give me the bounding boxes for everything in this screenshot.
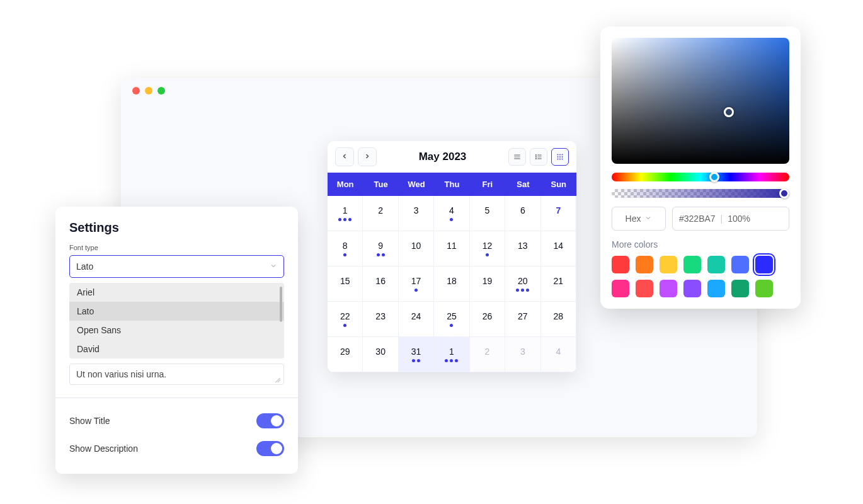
color-swatch[interactable] [660, 256, 677, 273]
color-swatch[interactable] [612, 280, 629, 297]
calendar-day[interactable]: 12 [470, 231, 505, 266]
calendar-day[interactable]: 17 [399, 266, 434, 302]
calendar-view-list-button[interactable] [508, 148, 526, 166]
color-swatch[interactable] [660, 280, 677, 297]
resize-handle-icon[interactable] [275, 375, 281, 382]
font-option[interactable]: Open Sans [69, 321, 284, 340]
window-maximize-button[interactable] [157, 87, 165, 94]
show-title-label: Show Title [69, 416, 110, 426]
font-type-select[interactable]: Lato [69, 255, 284, 278]
calendar-day[interactable]: 25 [434, 302, 469, 337]
calendar-day[interactable]: 28 [541, 302, 576, 337]
calendar-day[interactable]: 2 [470, 337, 505, 372]
svg-point-17 [562, 159, 563, 160]
show-description-toggle[interactable] [256, 441, 284, 456]
calendar-next-button[interactable] [358, 147, 377, 166]
calendar-weekday: Mon [328, 173, 363, 196]
svg-point-12 [557, 156, 559, 158]
calendar-day[interactable]: 1 [434, 337, 469, 372]
calendar-day[interactable]: 5 [470, 196, 505, 231]
window-close-button[interactable] [132, 87, 140, 94]
color-format-select[interactable]: Hex [612, 207, 666, 231]
font-type-value: Lato [76, 261, 93, 272]
color-gradient-area[interactable] [612, 38, 789, 164]
calendar-day[interactable]: 3 [399, 196, 434, 231]
calendar-day[interactable]: 20 [505, 266, 540, 302]
calendar-day[interactable]: 15 [328, 266, 363, 302]
calendar-day[interactable]: 31 [399, 337, 434, 372]
calendar-view-switch [508, 148, 569, 166]
color-swatch[interactable] [731, 280, 749, 297]
textarea-value: Ut non varius nisi urna. [76, 369, 166, 379]
font-option[interactable]: Ariel [69, 283, 284, 302]
color-swatch[interactable] [683, 256, 701, 273]
options-scrollbar[interactable] [280, 287, 282, 322]
calendar-day[interactable]: 10 [399, 231, 434, 266]
color-swatch[interactable] [707, 256, 725, 273]
hue-handle[interactable] [709, 172, 719, 182]
color-hex-input[interactable]: #322BA7 | 100% [672, 207, 789, 231]
separator: | [721, 214, 723, 224]
color-swatches [612, 256, 789, 297]
calendar-day[interactable]: 11 [434, 231, 469, 266]
calendar-day[interactable]: 2 [363, 196, 398, 231]
calendar-weekday: Thu [434, 173, 469, 196]
calendar-weekday: Fri [470, 173, 505, 196]
font-option[interactable]: David [69, 340, 284, 358]
calendar-day[interactable]: 18 [434, 266, 469, 302]
svg-point-11 [562, 154, 563, 156]
color-swatch[interactable] [636, 256, 653, 273]
gradient-handle[interactable] [724, 107, 734, 117]
calendar-day[interactable]: 1 [328, 196, 363, 231]
calendar-day[interactable]: 27 [505, 302, 540, 337]
calendar-day[interactable]: 19 [470, 266, 505, 302]
color-swatch[interactable] [755, 256, 773, 273]
svg-point-10 [559, 154, 561, 156]
hex-value: #322BA7 [679, 214, 716, 224]
color-format-value: Hex [626, 214, 641, 224]
hue-slider[interactable] [612, 173, 789, 181]
font-option[interactable]: Lato [69, 302, 284, 321]
color-swatch[interactable] [755, 280, 773, 297]
color-swatch[interactable] [707, 280, 725, 297]
calendar-day[interactable]: 29 [328, 337, 363, 372]
calendar-day[interactable]: 14 [541, 231, 576, 266]
calendar-weekdays: MonTueWedThuFriSatSun [328, 173, 576, 196]
color-swatch[interactable] [683, 280, 701, 297]
alpha-slider[interactable] [612, 189, 789, 198]
show-description-row: Show Description [69, 435, 284, 462]
color-swatch[interactable] [612, 256, 629, 273]
svg-point-13 [559, 156, 561, 158]
calendar-day[interactable]: 16 [363, 266, 398, 302]
calendar-day[interactable]: 21 [541, 266, 576, 302]
calendar-day[interactable]: 4 [434, 196, 469, 231]
color-swatch[interactable] [731, 256, 749, 273]
calendar-day[interactable]: 4 [541, 337, 576, 372]
description-textarea[interactable]: Ut non varius nisi urna. [69, 364, 284, 385]
calendar-day[interactable]: 26 [470, 302, 505, 337]
calendar-day[interactable]: 7 [541, 196, 576, 231]
calendar-day[interactable]: 9 [363, 231, 398, 266]
calendar-day[interactable]: 6 [505, 196, 540, 231]
calendar-nav [335, 147, 377, 166]
calendar-day[interactable]: 8 [328, 231, 363, 266]
calendar-day[interactable]: 23 [363, 302, 398, 337]
svg-point-9 [557, 154, 559, 156]
calendar-day[interactable]: 22 [328, 302, 363, 337]
svg-point-16 [559, 159, 561, 160]
calendar-prev-button[interactable] [335, 147, 354, 166]
calendar-view-agenda-button[interactable] [530, 148, 547, 166]
calendar-day[interactable]: 24 [399, 302, 434, 337]
svg-point-14 [562, 156, 563, 158]
calendar-view-month-button[interactable] [551, 148, 569, 166]
window-minimize-button[interactable] [145, 87, 152, 94]
chevron-left-icon [341, 151, 348, 163]
show-title-toggle[interactable] [256, 413, 284, 428]
more-colors-label: More colors [612, 239, 789, 249]
calendar-day[interactable]: 13 [505, 231, 540, 266]
color-swatch[interactable] [636, 280, 653, 297]
calendar-weekday: Wed [399, 173, 434, 196]
alpha-handle[interactable] [779, 188, 789, 198]
calendar-day[interactable]: 30 [363, 337, 398, 372]
calendar-day[interactable]: 3 [505, 337, 540, 372]
